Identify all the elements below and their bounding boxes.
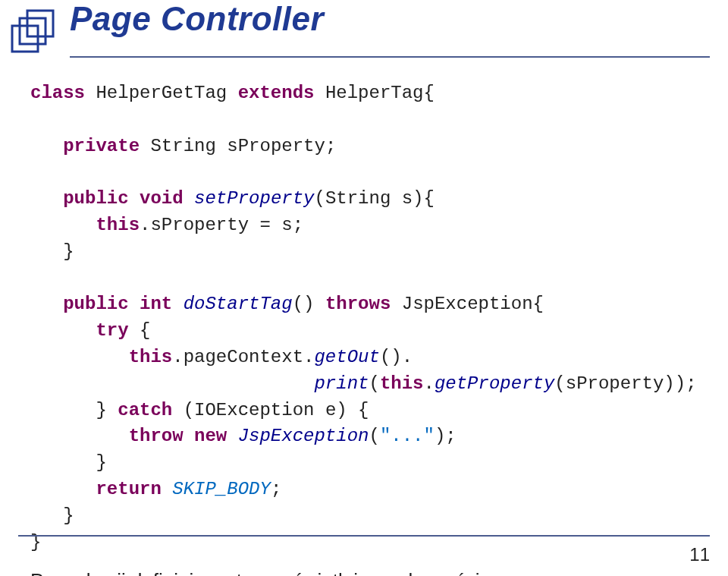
method-name: getProperty bbox=[435, 373, 554, 394]
code-text: ( bbox=[369, 426, 379, 446]
svg-rect-2 bbox=[12, 26, 38, 52]
kw-extends: extends bbox=[238, 83, 315, 103]
kw-throw: throw bbox=[129, 426, 184, 446]
kw-void: void bbox=[129, 188, 184, 209]
code-text: JspException{ bbox=[391, 294, 544, 314]
kw-class: class bbox=[30, 83, 85, 103]
caption-text: Przy okazji definiujemy tag wyświetlając… bbox=[30, 569, 698, 576]
svg-rect-0 bbox=[27, 11, 53, 36]
method-name: doStartTag bbox=[172, 294, 292, 314]
content-area: class HelperGetTag extends HelperTag{ pr… bbox=[30, 80, 698, 576]
kw-this: this bbox=[96, 215, 140, 235]
svg-rect-1 bbox=[20, 18, 46, 44]
code-text: () bbox=[293, 294, 325, 314]
kw-new: new bbox=[184, 426, 228, 446]
code-text: (sProperty)); bbox=[554, 373, 696, 394]
kw-try: try bbox=[96, 320, 128, 341]
kw-public: public bbox=[63, 188, 128, 209]
kw-return: return bbox=[96, 479, 161, 499]
code-text: { bbox=[129, 320, 151, 341]
code-text: . bbox=[424, 373, 435, 394]
code-text: (String s){ bbox=[314, 188, 434, 209]
code-text: ( bbox=[369, 373, 379, 394]
code-text: String sProperty; bbox=[140, 136, 336, 156]
kw-int: int bbox=[129, 294, 173, 314]
slide: Page Controller class HelperGetTag exten… bbox=[0, 0, 728, 576]
brace: } bbox=[96, 452, 106, 473]
string-literal: "..." bbox=[380, 426, 435, 446]
code-text: HelperTag{ bbox=[314, 83, 434, 103]
method-name: getOut bbox=[314, 347, 379, 367]
kw-public: public bbox=[63, 294, 128, 314]
code-text: (). bbox=[380, 347, 413, 367]
kw-this: this bbox=[380, 373, 424, 394]
logo-icon bbox=[9, 6, 62, 59]
method-name: print bbox=[314, 373, 369, 394]
code-text: .sProperty = s; bbox=[140, 215, 303, 235]
brace: } bbox=[63, 241, 74, 262]
kw-catch: catch bbox=[118, 400, 172, 420]
brace: } bbox=[63, 505, 74, 526]
code-block: class HelperGetTag extends HelperTag{ pr… bbox=[30, 80, 698, 556]
slide-title: Page Controller bbox=[70, 0, 324, 38]
code-text: ); bbox=[435, 426, 457, 446]
code-text: (IOException e) { bbox=[172, 400, 369, 420]
kw-this: this bbox=[129, 347, 173, 367]
code-text: .pageContext. bbox=[172, 347, 314, 367]
divider-bottom bbox=[18, 535, 710, 537]
method-name: setProperty bbox=[184, 188, 315, 209]
divider-top bbox=[70, 56, 710, 58]
code-text: ; bbox=[271, 479, 281, 499]
kw-private: private bbox=[63, 136, 140, 156]
code-text: HelperGetTag bbox=[85, 83, 238, 103]
code-text: } bbox=[96, 400, 118, 420]
constant: SKIP_BODY bbox=[162, 479, 271, 499]
page-number: 11 bbox=[689, 544, 710, 565]
method-name: JspException bbox=[227, 426, 369, 446]
kw-throws: throws bbox=[325, 294, 391, 314]
